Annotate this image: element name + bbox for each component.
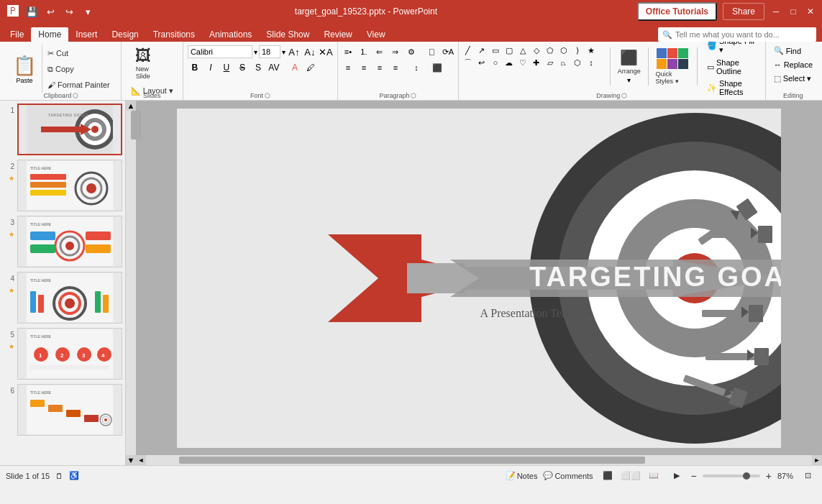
shape-parallelogram[interactable]: ▱ — [544, 57, 557, 68]
scrollbar-thumb[interactable] — [131, 111, 141, 139]
shadow-button[interactable]: S — [251, 60, 265, 75]
shape-rect[interactable]: ▭ — [489, 45, 502, 56]
shape-diamond[interactable]: ◇ — [530, 45, 543, 56]
decrease-font-button[interactable]: A↓ — [303, 45, 317, 59]
paste-button[interactable]: 📋 Paste — [7, 45, 42, 93]
font-size-input[interactable] — [259, 45, 280, 58]
font-name-dropdown-icon[interactable]: ▾ — [254, 48, 257, 56]
select-button[interactable]: ⬚ Select ▾ — [770, 73, 816, 85]
shape-rounded-rect[interactable]: ▢ — [503, 45, 516, 56]
close-button[interactable]: ✕ — [805, 6, 816, 17]
increase-indent-button[interactable]: ⇒ — [388, 45, 403, 59]
shape-hexagon[interactable]: ⬡ — [557, 45, 570, 56]
increase-font-button[interactable]: A↑ — [287, 45, 301, 59]
align-right-button[interactable]: ≡ — [373, 60, 387, 75]
slide-thumb-5[interactable]: 5 ★ TITLE HERE 1 2 3 4 — [3, 328, 122, 380]
font-expand-icon[interactable]: ⬡ — [265, 92, 270, 99]
arrange-dropdown[interactable]: ▾ — [627, 76, 631, 84]
cut-button[interactable]: ✂ Cut — [44, 46, 114, 60]
smart-art-button[interactable]: ⚙ — [404, 45, 419, 59]
new-slide-button[interactable]: 🖼 NewSlide — [127, 45, 159, 82]
shape-star5[interactable]: ★ — [585, 45, 598, 56]
bold-button[interactable]: B — [188, 60, 202, 75]
tab-animations[interactable]: Animations — [202, 27, 259, 42]
align-center-button[interactable]: ≡ — [357, 60, 371, 75]
tab-review[interactable]: Review — [316, 27, 359, 42]
customize-qat-button[interactable]: ▾ — [81, 4, 95, 19]
find-button[interactable]: 🔍 Find — [770, 45, 816, 57]
replace-button[interactable]: ↔ Replace — [770, 59, 816, 70]
underline-button[interactable]: U — [219, 60, 234, 75]
slide-img-6[interactable]: TITLE HERE — [17, 384, 122, 436]
columns-button[interactable]: ⬛ — [430, 60, 444, 75]
align-left-button[interactable]: ≡ — [341, 60, 355, 75]
slide-sorter-button[interactable]: ⬜⬜ — [622, 469, 639, 483]
slide-img-3[interactable]: TITLE HERE — [17, 216, 122, 267]
shape-heart[interactable]: ♡ — [516, 57, 529, 68]
zoom-in-button[interactable]: + — [766, 470, 772, 482]
shape-circle[interactable]: ○ — [489, 57, 502, 68]
slide-img-4[interactable]: TITLE HERE — [17, 272, 122, 324]
clear-format-button[interactable]: ✕A — [319, 45, 333, 59]
zoom-level[interactable]: 87% — [777, 472, 793, 480]
normal-view-button[interactable]: ⬛ — [599, 469, 616, 483]
shape-bent-arrow[interactable]: ↩ — [475, 57, 488, 68]
scroll-down-button[interactable]: ▼ — [126, 455, 136, 465]
slide-canvas[interactable]: TARGETING GOALS A Presentation Template — [177, 109, 781, 448]
tab-insert[interactable]: Insert — [68, 27, 104, 42]
slide-img-5[interactable]: TITLE HERE 1 2 3 4 — [17, 328, 122, 380]
shape-cloud[interactable]: ☁ — [503, 57, 516, 68]
tab-transitions[interactable]: Transitions — [146, 27, 202, 42]
shape-outline-button[interactable]: ▭ Shape Outline — [705, 58, 759, 76]
shape-arrow[interactable]: ↗ — [475, 45, 488, 56]
save-button[interactable]: 💾 — [24, 4, 39, 19]
highlight-button[interactable]: 🖊 — [303, 60, 318, 75]
shape-triangle[interactable]: △ — [516, 45, 529, 56]
slide-img-1[interactable]: TARGETING GOALS — [17, 104, 122, 155]
tab-home[interactable]: Home — [31, 27, 68, 42]
maximize-button[interactable]: □ — [787, 6, 799, 17]
zoom-slider[interactable] — [703, 475, 760, 477]
font-size-dropdown-icon[interactable]: ▾ — [282, 48, 286, 56]
slide-img-2[interactable]: TITLE HERE — [17, 160, 122, 211]
shape-scroll[interactable]: ↕ — [585, 57, 598, 68]
shape-curve[interactable]: ⌒ — [462, 57, 475, 68]
italic-button[interactable]: I — [204, 60, 218, 75]
reset-button[interactable]: ↺ Reset — [127, 99, 164, 100]
vertical-scrollbar[interactable]: ▲ ▼ — [126, 101, 136, 465]
numbering-button[interactable]: 1. — [357, 45, 371, 59]
office-tutorials-button[interactable]: Office Tutorials — [637, 2, 717, 21]
shape-cross[interactable]: ✚ — [530, 57, 543, 68]
scroll-right-button[interactable]: ► — [812, 455, 822, 465]
drawing-expand-icon[interactable]: ⬡ — [621, 92, 627, 99]
quick-styles-button[interactable]: Quick Styles ▾ — [653, 45, 693, 88]
slideshow-button[interactable]: ▶ — [668, 469, 685, 483]
text-direction-button[interactable]: ⟳A — [441, 45, 455, 59]
font-name-input[interactable] — [188, 45, 252, 58]
tab-slideshow[interactable]: Slide Show — [259, 27, 316, 42]
bullets-button[interactable]: ≡• — [341, 45, 355, 59]
line-spacing-button[interactable]: ↕ — [409, 60, 424, 75]
comments-button[interactable]: 💬 Comments — [543, 471, 593, 480]
font-color-button[interactable]: A — [288, 60, 302, 75]
horizontal-scrollbar[interactable]: ◄ ► — [136, 455, 822, 465]
zoom-slider-thumb[interactable] — [743, 472, 750, 480]
shape-pentagon[interactable]: ⬠ — [544, 45, 557, 56]
shape-chevron[interactable]: ⟩ — [571, 45, 584, 56]
reading-view-button[interactable]: 📖 — [645, 469, 662, 483]
tab-file[interactable]: File — [3, 27, 31, 42]
format-painter-button[interactable]: 🖌 Format Painter — [44, 78, 114, 92]
paragraph-expand-icon[interactable]: ⬡ — [411, 92, 416, 99]
notes-panel-icon[interactable]: 🗒 — [55, 472, 63, 480]
scroll-left-button[interactable]: ◄ — [136, 455, 146, 465]
h-scrollbar-thumb[interactable] — [179, 457, 645, 464]
slide-thumb-1[interactable]: 1 TARGETING GOALS — [3, 104, 122, 155]
shape-octagon[interactable]: ⬡ — [571, 57, 584, 68]
notes-button[interactable]: 📝 Notes — [506, 471, 538, 480]
scroll-up-button[interactable]: ▲ — [126, 101, 136, 111]
fit-to-window-button[interactable]: ⊡ — [799, 469, 816, 483]
redo-button[interactable]: ↪ — [62, 4, 76, 19]
canvas-area[interactable]: TARGETING GOALS A Presentation Template — [136, 101, 822, 455]
slide-thumb-6[interactable]: 6 TITLE HERE — [3, 384, 122, 436]
slide-thumb-4[interactable]: 4 ★ TITLE HERE — [3, 272, 122, 324]
